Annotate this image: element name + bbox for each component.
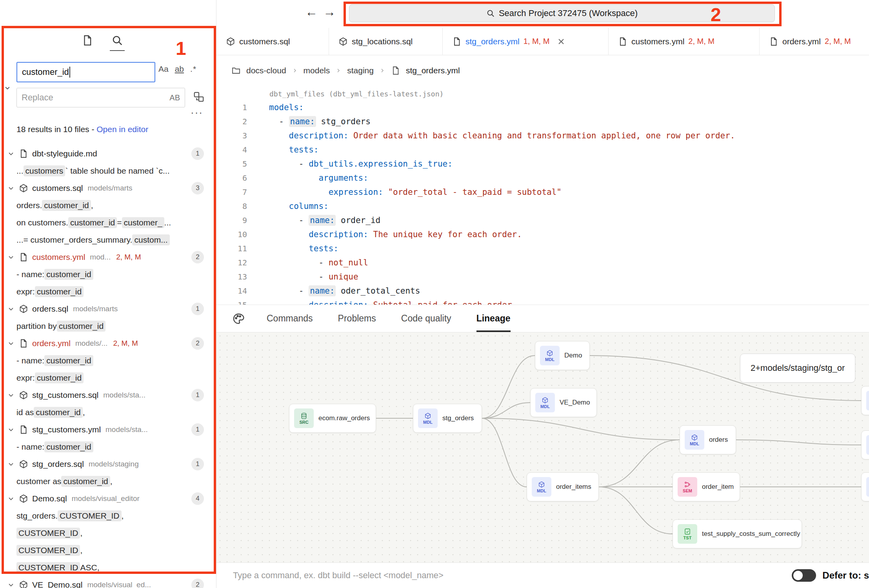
search-result-match[interactable]: CUSTOMER_ID, [0, 524, 216, 542]
command-input[interactable]: Type a command, ex. dbt build --select <… [233, 570, 792, 581]
search-result-match[interactable]: CUSTOMER_ID ASC, [0, 559, 216, 576]
chevron-right-icon [292, 67, 298, 74]
lineage-node-orders[interactable]: MDLorders [680, 425, 736, 454]
schema-context-header: dbt_yml_files (dbt_yml_files-latest.json… [269, 90, 869, 98]
src-node-icon: SRC [294, 408, 314, 428]
search-result-match[interactable]: id as customer_id, [0, 404, 216, 421]
panel-tab-lineage[interactable]: Lineage [476, 305, 511, 332]
command-bar: Type a command, ex. dbt build --select <… [216, 563, 869, 588]
panel-tab-commands[interactable]: Commands [267, 305, 313, 332]
chevron-down-icon[interactable] [7, 581, 15, 588]
panel-tab-code-quality[interactable]: Code quality [401, 305, 451, 332]
panel-tab-problems[interactable]: Problems [338, 305, 376, 332]
back-arrow-icon[interactable]: ← [305, 5, 318, 19]
chevron-down-icon[interactable] [7, 460, 15, 468]
search-result-match[interactable]: expr: customer_id [0, 283, 216, 300]
breadcrumb-item[interactable]: staging [347, 66, 374, 75]
lineage-node-ecom.raw_orders[interactable]: SRCecom.raw_orders [289, 404, 376, 433]
lineage-node-cut2[interactable]: MDL [861, 430, 869, 459]
more-actions-button[interactable]: ··· [191, 107, 203, 119]
close-tab-icon[interactable] [556, 37, 566, 46]
lineage-node-label: ecom.raw_orders [318, 414, 370, 422]
forward-arrow-icon[interactable]: → [323, 5, 336, 19]
search-result-file[interactable]: orders.sqlmodels/marts1 [0, 300, 216, 318]
search-result-match[interactable]: ...= customer_orders_summary.custom... [0, 231, 216, 249]
chevron-down-icon[interactable] [7, 391, 15, 399]
search-result-file[interactable]: orders.ymlmodels/...2, M, M2 [0, 335, 216, 352]
search-result-file[interactable]: customers.sqlmodels/marts3 [0, 180, 216, 197]
model-file-icon [19, 390, 28, 400]
result-file-path: models/staging [89, 460, 139, 468]
search-result-match[interactable]: partition by customer_id [0, 318, 216, 335]
file-explorer-icon[interactable] [82, 34, 93, 46]
chevron-down-icon[interactable] [7, 426, 15, 434]
toggle-knob [793, 571, 803, 580]
project-search-bar[interactable]: Search Project 372475 (Workspace) [349, 4, 775, 22]
document-file-icon [452, 37, 462, 46]
defer-toggle[interactable] [792, 569, 816, 582]
preserve-case-button[interactable]: AB [169, 93, 180, 102]
search-result-match[interactable]: stg_orders.CUSTOMER_ID, [0, 507, 216, 524]
breadcrumb: docs-cloudmodelsstagingstg_orders.yml [216, 55, 869, 86]
lineage-node-cut3[interactable]: MDL [861, 472, 869, 501]
editor-tab-orders.yml[interactable]: orders.yml2, M, M [760, 28, 869, 55]
replace-input[interactable]: Replace AB [16, 88, 185, 107]
lineage-node-test_supply_costs_sum_correctly[interactable]: TSTtest_supply_costs_sum_correctly [673, 519, 802, 548]
search-input[interactable]: customer_id [16, 62, 155, 82]
search-result-match[interactable]: customer as customer_id, [0, 473, 216, 490]
open-in-editor-link[interactable]: Open in editor [96, 125, 148, 134]
search-result-match[interactable]: orders.customer_id, [0, 197, 216, 214]
chevron-down-icon[interactable] [7, 150, 15, 158]
search-result-file[interactable]: Demo.sqlmodels/visual_editor4 [0, 490, 216, 507]
toggle-replace-chevron[interactable]: ⌄ [3, 80, 12, 92]
search-result-file[interactable]: stg_orders.sqlmodels/staging1 [0, 456, 216, 473]
chevron-down-icon[interactable] [7, 253, 15, 261]
lineage-node-cut1[interactable]: MDL [861, 386, 869, 415]
chevron-down-icon[interactable] [7, 339, 15, 347]
breadcrumb-item[interactable]: docs-cloud [246, 66, 286, 75]
editor-tab-stg_orders.yml[interactable]: stg_orders.yml1, M, M [443, 28, 609, 55]
search-result-match[interactable]: - name: customer_id [0, 266, 216, 283]
lineage-node-VE_Demo[interactable]: MDLVE_Demo [530, 388, 597, 417]
breadcrumb-item[interactable]: models [304, 66, 330, 75]
mdl-node-icon: MDL [418, 408, 438, 428]
search-result-match[interactable]: - name: customer_id [0, 438, 216, 456]
folder-icon [231, 66, 241, 75]
result-file-path: models/visual_editor [72, 494, 140, 503]
search-result-file[interactable]: stg_customers.sqlmodels/sta...1 [0, 387, 216, 404]
result-count-badge: 2 [191, 337, 204, 350]
editor-tab-customers.yml[interactable]: customers.yml2, M, M [609, 28, 760, 55]
lineage-canvas[interactable]: SRCecom.raw_ordersMDLstg_ordersMDLDemoMD… [216, 332, 869, 563]
replace-all-icon[interactable] [193, 91, 205, 103]
lineage-node-Demo[interactable]: MDLDemo [535, 341, 590, 370]
regex-button[interactable]: .* [190, 64, 196, 74]
search-result-file[interactable]: dbt-styleguide.md1 [0, 145, 216, 162]
search-result-match[interactable]: CUSTOMER_ID, [0, 542, 216, 559]
tab-file-name: stg_locations.sql [352, 37, 413, 46]
search-result-match[interactable]: on customers.customer_id = customer_... [0, 214, 216, 231]
lineage-node-order_item[interactable]: SEMorder_item [673, 472, 740, 501]
palette-icon[interactable] [232, 312, 245, 325]
chevron-down-icon[interactable] [7, 305, 15, 313]
editor-tab-customers.sql[interactable]: customers.sql [216, 28, 329, 55]
search-result-file[interactable]: customers.ymlmod...2, M, M2 [0, 249, 216, 266]
code-editor[interactable]: dbt_yml_files (dbt_yml_files-latest.json… [216, 86, 869, 305]
editor-tab-bar: customers.sqlstg_locations.sqlstg_orders… [216, 28, 869, 55]
search-result-match[interactable]: - name: customer_id [0, 352, 216, 369]
result-file-name: orders.yml [32, 339, 71, 348]
lineage-node-label: Demo [564, 352, 582, 359]
chevron-down-icon[interactable] [7, 184, 15, 192]
search-result-match[interactable]: expr: customer_id [0, 369, 216, 387]
lineage-selector-label[interactable]: 2+models/staging/stg_or [740, 354, 855, 383]
replace-placeholder: Replace [22, 93, 169, 103]
chevron-down-icon[interactable] [7, 495, 15, 503]
search-panel-icon[interactable] [111, 34, 123, 46]
match-case-button[interactable]: Aa [158, 64, 169, 74]
lineage-node-stg_orders[interactable]: MDLstg_orders [413, 404, 482, 433]
search-result-file[interactable]: stg_customers.ymlmodels/sta...1 [0, 421, 216, 438]
search-result-file[interactable]: VE_Demo.sqlmodels/visual_ed...2 [0, 576, 216, 588]
whole-word-button[interactable]: ab [175, 64, 184, 74]
lineage-node-order_items[interactable]: MDLorder_items [527, 472, 599, 501]
search-result-match[interactable]: ...customers` table should be named `c..… [0, 162, 216, 180]
editor-tab-stg_locations.sql[interactable]: stg_locations.sql [329, 28, 443, 55]
